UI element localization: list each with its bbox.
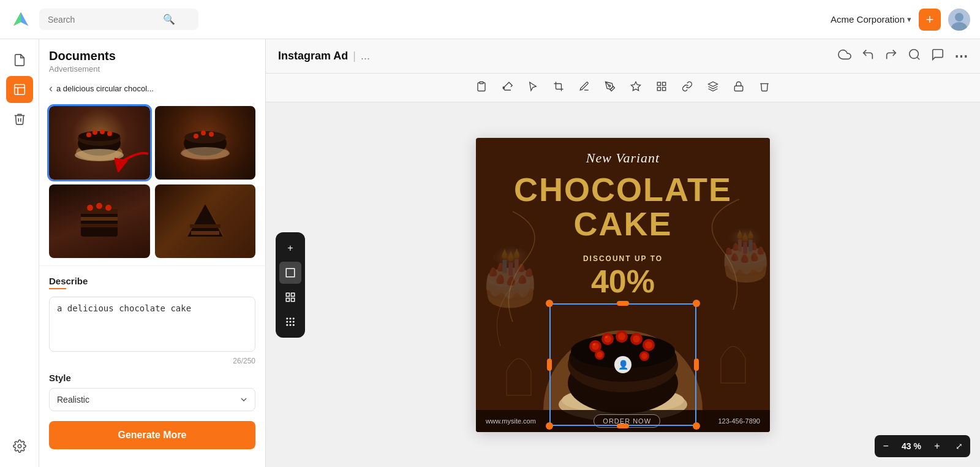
topnav: 🔍 Acme Corporation ▾ + (0, 0, 980, 39)
search-bar[interactable]: 🔍 (39, 9, 198, 30)
svg-line-32 (917, 57, 919, 59)
tool-delete[interactable] (755, 78, 774, 97)
image-grid (39, 101, 265, 263)
image-cell-3[interactable] (49, 184, 150, 258)
cloud-save-icon[interactable] (838, 48, 851, 64)
zoom-in-button[interactable]: + (926, 435, 948, 457)
svg-point-76 (593, 343, 595, 346)
svg-point-50 (286, 321, 288, 322)
panel-header: Documents Advertisement (39, 39, 265, 76)
app-logo[interactable] (10, 9, 32, 31)
main-layout: Documents Advertisement ‹ a delicious ci… (0, 39, 980, 467)
image-cell-4[interactable] (155, 184, 256, 258)
cake-image-container[interactable]: 👤 (549, 303, 696, 426)
doc-more-button[interactable]: ... (361, 50, 370, 63)
svg-point-34 (609, 85, 611, 87)
svg-point-77 (605, 336, 608, 338)
style-label: Style (49, 373, 255, 383)
tool-pen[interactable] (601, 78, 619, 97)
svg-rect-29 (190, 224, 221, 228)
tool-crop[interactable] (549, 78, 568, 97)
panel-scroll[interactable]: Describe a delicious chocolate cake 26/2… (39, 101, 265, 467)
more-options-icon[interactable]: ⋯ (954, 48, 968, 64)
svg-point-31 (910, 50, 919, 59)
ad-script-title: New Variant (476, 150, 770, 166)
tool-lock[interactable] (729, 78, 748, 97)
topnav-right: Acme Corporation ▾ + (831, 9, 970, 31)
generate-more-button[interactable]: Generate More (49, 421, 255, 449)
ad-main-title: CHOCOLATE CAKE (476, 172, 770, 241)
redo-icon[interactable] (884, 48, 898, 64)
canvas-area: Instagram Ad | ... (266, 39, 980, 467)
icon-sidebar (0, 39, 39, 467)
sidebar-item-settings[interactable] (6, 433, 33, 460)
svg-point-71 (645, 341, 652, 349)
svg-rect-25 (81, 224, 118, 227)
svg-rect-43 (286, 293, 289, 296)
tool-grid[interactable] (652, 78, 671, 97)
describe-section: Describe a delicious chocolate cake 26/2… (39, 268, 265, 365)
zoom-out-button[interactable]: − (875, 435, 897, 457)
ad-discount-pct: 40% (476, 265, 770, 297)
svg-rect-41 (734, 86, 743, 91)
search-canvas-icon[interactable] (908, 48, 921, 64)
ad-canvas: 🎂 🎂 New Variant (476, 138, 770, 432)
svg-point-9 (78, 131, 120, 141)
comment-icon[interactable] (931, 48, 944, 64)
breadcrumb[interactable]: ‹ a delicious circular chocol... (39, 76, 265, 101)
add-button[interactable]: + (919, 9, 941, 31)
svg-rect-39 (663, 88, 666, 91)
sidebar-item-document[interactable] (6, 47, 33, 74)
svg-point-75 (597, 352, 603, 358)
svg-point-19 (201, 131, 206, 135)
svg-point-12 (100, 129, 105, 134)
breadcrumb-back[interactable]: ‹ (49, 82, 53, 95)
tool-eraser[interactable] (498, 78, 516, 97)
search-input[interactable] (48, 15, 158, 25)
float-frame-btn[interactable] (279, 262, 301, 284)
svg-rect-33 (480, 82, 483, 84)
chevron-down-icon: ▾ (907, 15, 911, 24)
svg-rect-42 (286, 268, 295, 277)
image-cell-2[interactable] (155, 106, 256, 180)
tool-clipboard[interactable] (472, 78, 491, 97)
float-add-btn[interactable]: + (279, 237, 301, 259)
canvas-content[interactable]: + 🎂 🎂 (266, 102, 980, 467)
float-toolbar: + (276, 232, 305, 338)
tool-sparkle[interactable] (627, 78, 645, 97)
svg-point-67 (618, 333, 625, 340)
svg-point-14 (75, 149, 124, 161)
undo-icon[interactable] (861, 48, 875, 64)
svg-point-21 (181, 147, 230, 159)
tool-pencil[interactable] (575, 78, 594, 97)
sidebar-item-template[interactable] (6, 76, 33, 103)
describe-textarea[interactable]: a delicious chocolate cake (49, 297, 255, 352)
zoom-expand-button[interactable]: ⤢ (948, 435, 970, 457)
tool-select[interactable] (524, 78, 542, 97)
float-dots-btn[interactable] (279, 311, 301, 333)
panel-title: Documents (49, 49, 255, 63)
style-select[interactable]: Realistic Cartoon Abstract Watercolor (49, 388, 255, 411)
svg-point-5 (18, 444, 21, 448)
svg-marker-40 (709, 82, 718, 87)
svg-point-11 (92, 130, 97, 135)
panel-subtitle: Advertisement (49, 64, 255, 74)
svg-point-53 (286, 324, 288, 325)
image-cell-1[interactable] (49, 106, 150, 180)
svg-point-20 (209, 132, 214, 137)
company-dropdown[interactable]: Acme Corporation ▾ (831, 14, 911, 25)
tool-link[interactable] (678, 78, 696, 97)
ad-phone: 123-456-7890 (718, 417, 760, 425)
sidebar-item-trash[interactable] (6, 105, 33, 132)
svg-point-65 (604, 335, 611, 343)
svg-point-18 (194, 134, 198, 139)
canvas-toolbar-left: Instagram Ad | ... (278, 50, 370, 63)
float-grid-btn[interactable] (279, 286, 301, 308)
svg-point-10 (86, 132, 91, 137)
tool-layers[interactable] (704, 78, 722, 97)
svg-point-26 (87, 205, 93, 211)
svg-point-13 (107, 131, 112, 136)
breadcrumb-current: a delicious circular chocol... (56, 84, 154, 93)
svg-rect-46 (292, 298, 295, 301)
svg-marker-35 (631, 82, 641, 91)
